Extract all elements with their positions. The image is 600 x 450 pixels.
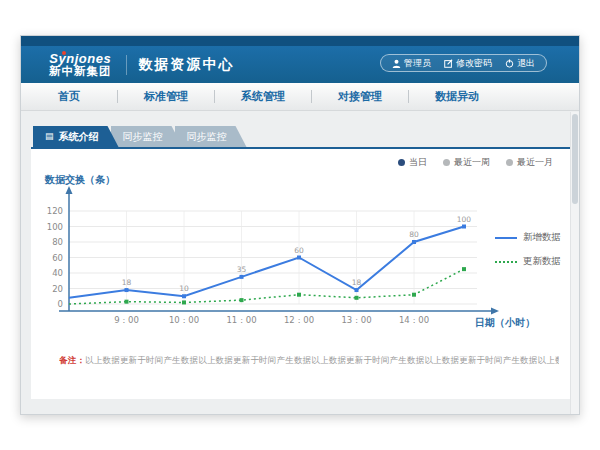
svg-text:40: 40 — [52, 268, 63, 278]
svg-text:35: 35 — [237, 265, 247, 274]
svg-text:60: 60 — [294, 246, 304, 255]
scrollbar-thumb[interactable] — [572, 114, 578, 204]
power-icon — [505, 59, 514, 68]
nav-item-data-change[interactable]: 数据异动 — [409, 89, 505, 104]
svg-text:13：00: 13：00 — [341, 315, 371, 325]
svg-text:10：00: 10：00 — [169, 315, 199, 325]
svg-text:120: 120 — [47, 206, 63, 216]
chart-panel: 当日 最近一周 最近一月 数据交换（条） 0204060801001209：00… — [31, 147, 571, 399]
nav-item-interface-mgmt[interactable]: 对接管理 — [312, 89, 408, 104]
x-axis-title: 日期（小时） — [475, 316, 535, 330]
logout-button[interactable]: 退出 — [505, 57, 535, 70]
svg-text:12：00: 12：00 — [284, 315, 314, 325]
window-top-strip — [21, 36, 579, 46]
legend-label: 更新数据 — [523, 255, 561, 268]
radio-dot-icon — [443, 159, 450, 166]
company-logo: Synjones 新中新集团 — [49, 52, 112, 78]
solid-line-swatch-icon — [495, 237, 517, 239]
dotted-line-swatch-icon — [495, 261, 517, 263]
chart-legend: 新增数据 更新数据 — [495, 231, 561, 268]
logo-company-name: 新中新集团 — [49, 65, 112, 77]
svg-text:14：00: 14：00 — [399, 315, 429, 325]
nav-item-standard-mgmt[interactable]: 标准管理 — [118, 89, 214, 104]
radio-last-week[interactable]: 最近一周 — [443, 156, 490, 169]
nav-item-home[interactable]: 首页 — [21, 89, 117, 104]
svg-text:60: 60 — [52, 253, 63, 263]
app-window: Synjones 新中新集团 数据资源中心 管理员 修改密码 — [20, 35, 580, 415]
svg-text:0: 0 — [58, 299, 63, 309]
logout-label: 退出 — [517, 57, 535, 70]
main-nav: 首页 标准管理 系统管理 对接管理 数据异动 — [21, 83, 579, 111]
radio-today[interactable]: 当日 — [398, 156, 427, 169]
tab-system-intro[interactable]: ▤ 系统介绍 — [33, 126, 119, 147]
svg-text:10: 10 — [179, 284, 189, 293]
line-chart: 0204060801001209：0010：0011：0012：0013：001… — [39, 183, 509, 335]
vertical-scrollbar[interactable] — [570, 112, 579, 414]
legend-item-new-data[interactable]: 新增数据 — [495, 231, 561, 244]
svg-text:9：00: 9：00 — [114, 315, 139, 325]
nav-item-system-mgmt[interactable]: 系统管理 — [215, 89, 311, 104]
user-icon — [392, 59, 401, 68]
footnote-text: 以上数据更新于时间产生数据以上数据更新于时间产生数据以上数据更新于时间产生数据以… — [85, 355, 559, 365]
legend-item-update-data[interactable]: 更新数据 — [495, 255, 561, 268]
svg-text:80: 80 — [52, 237, 63, 247]
radio-today-label: 当日 — [409, 156, 427, 169]
svg-text:18: 18 — [122, 278, 132, 287]
svg-text:20: 20 — [52, 284, 63, 294]
edit-icon — [444, 59, 453, 68]
admin-user-label: 管理员 — [404, 57, 431, 70]
svg-text:11：00: 11：00 — [226, 315, 256, 325]
user-toolbar: 管理员 修改密码 退出 — [380, 54, 547, 72]
tab-label: 同步监控 — [187, 130, 227, 144]
footnote: 备注：以上数据更新于时间产生数据以上数据更新于时间产生数据以上数据更新于时间产生… — [59, 355, 559, 367]
tab-label: 同步监控 — [123, 130, 163, 144]
radio-dot-icon — [398, 159, 405, 166]
app-header: Synjones 新中新集团 数据资源中心 管理员 修改密码 — [21, 46, 579, 83]
logo-wordmark: Synjones — [49, 52, 112, 66]
legend-label: 新增数据 — [523, 231, 561, 244]
logo-red-dot — [62, 51, 66, 55]
tab-sync-monitor-1[interactable]: 同步监控 — [111, 126, 183, 147]
svg-text:100: 100 — [47, 222, 63, 232]
radio-last-month-label: 最近一月 — [517, 156, 553, 169]
svg-text:80: 80 — [409, 230, 419, 239]
svg-text:18: 18 — [352, 278, 362, 287]
svg-text:100: 100 — [457, 215, 472, 224]
radio-last-week-label: 最近一周 — [454, 156, 490, 169]
tab-sync-monitor-2[interactable]: 同步监控 — [175, 126, 247, 147]
footnote-label: 备注： — [59, 355, 85, 365]
change-password-label: 修改密码 — [456, 57, 492, 70]
page-title: 数据资源中心 — [139, 56, 235, 74]
radio-last-month[interactable]: 最近一月 — [506, 156, 553, 169]
document-icon: ▤ — [45, 132, 54, 141]
header-divider — [126, 55, 127, 75]
admin-user-button[interactable]: 管理员 — [392, 57, 431, 70]
time-range-filter: 当日 最近一周 最近一月 — [398, 156, 553, 169]
change-password-button[interactable]: 修改密码 — [444, 57, 492, 70]
radio-dot-icon — [506, 159, 513, 166]
tab-label: 系统介绍 — [59, 130, 99, 144]
tab-bar: ▤ 系统介绍 同步监控 同步监控 — [33, 126, 239, 147]
